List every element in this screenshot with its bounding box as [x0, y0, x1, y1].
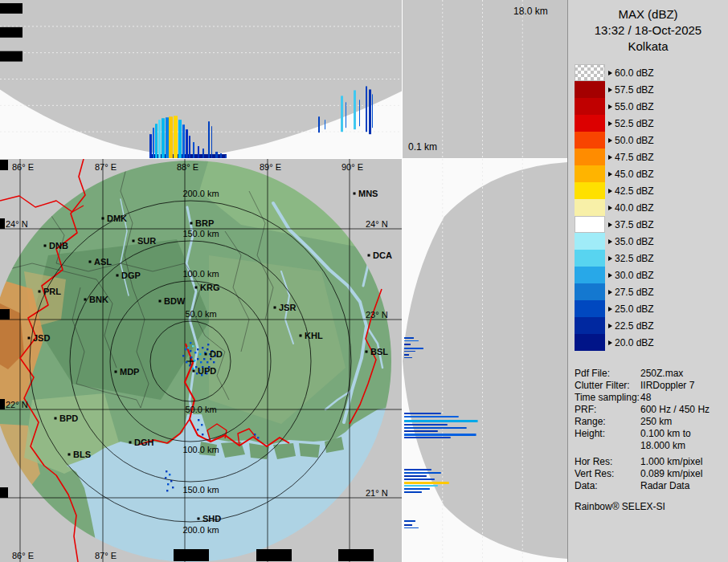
legend-color-swatch — [575, 283, 605, 300]
city-dot-icon — [68, 454, 71, 456]
info-value: Radar Data — [640, 480, 689, 492]
radar-map-canvas[interactable]: 50.0 km50.0 km100.0 km100.0 km150.0 km15… — [0, 159, 402, 562]
city-dot-icon — [39, 291, 41, 293]
city-dot-icon — [354, 193, 356, 195]
legend-tick-icon — [608, 104, 612, 109]
legend-dbz-label: 35.0 dBZ — [615, 236, 654, 247]
legend-row: 45.0 dBZ — [575, 165, 654, 182]
info-label: PRF: — [575, 404, 640, 416]
svg-text:150.0 km: 150.0 km — [182, 485, 219, 495]
info-value: 18.000 km — [640, 440, 685, 452]
svg-text:100.0 km: 100.0 km — [182, 269, 219, 279]
svg-text:89° E: 89° E — [260, 162, 281, 172]
legend-tick-icon — [608, 222, 612, 227]
city-dot-icon — [193, 370, 195, 373]
city-label: BLS — [73, 450, 91, 459]
legend-row: 35.0 dBZ — [575, 233, 654, 250]
legend-dbz-label: 42.5 dBZ — [615, 185, 654, 197]
info-label: Hor Res: — [575, 456, 640, 468]
svg-text:200.0 km: 200.0 km — [182, 525, 219, 535]
city-dot-icon — [115, 371, 117, 373]
product-title: MAX (dBZ) — [568, 6, 728, 22]
svg-text:87° E: 87° E — [95, 551, 117, 560]
radar-map-panel[interactable]: 50.0 km50.0 km100.0 km100.0 km150.0 km15… — [0, 159, 402, 562]
city-label: DGP — [121, 271, 141, 280]
info-label: Range: — [575, 416, 640, 428]
svg-text:150.0 km: 150.0 km — [182, 229, 219, 238]
legend-tick-icon — [608, 273, 612, 278]
legend-dbz-label: 30.0 dBZ — [615, 270, 654, 281]
software-name: Rainbow® SELEX-SI — [575, 501, 665, 512]
city-dot-icon — [102, 218, 104, 220]
station-name: Kolkata — [568, 39, 728, 55]
city-label: SHD — [202, 514, 221, 523]
city-dot-icon — [366, 351, 368, 353]
svg-text:90° E: 90° E — [342, 162, 363, 172]
legend-color-swatch — [575, 115, 605, 132]
city-label: SUR — [137, 236, 156, 246]
legend-dbz-label: 52.5 dBZ — [615, 118, 654, 129]
svg-text:88° E: 88° E — [177, 162, 198, 172]
legend-color-swatch — [575, 300, 605, 317]
side-projection-canvas — [403, 159, 567, 562]
city-label: BDW — [164, 296, 186, 306]
legend-tick-icon — [608, 155, 612, 160]
title-block: MAX (dBZ) 13:32 / 18-Oct-2025 Kolkata — [568, 0, 728, 55]
legend-color-swatch — [575, 182, 605, 199]
legend-dbz-label: 40.0 dBZ — [615, 202, 654, 214]
product-datetime: 13:32 / 18-Oct-2025 — [568, 22, 728, 39]
info-row: Clutter Filter:IIRDoppler 7 — [575, 380, 727, 392]
svg-text:200.0 km: 200.0 km — [182, 189, 219, 198]
legend-row: 40.0 dBZ — [575, 199, 654, 216]
info-row: Height:0.100 km to — [575, 428, 727, 440]
city-label: BNK — [89, 295, 108, 304]
city-label: KHL — [305, 331, 323, 340]
legend-color-swatch — [575, 149, 605, 165]
city-dot-icon — [84, 299, 87, 301]
height-axis-max-label: 18.0 km — [513, 6, 548, 17]
city-label: DD — [210, 349, 223, 359]
legend-color-swatch — [575, 165, 605, 182]
svg-text:50.0 km: 50.0 km — [185, 309, 216, 319]
corner-canvas — [403, 0, 567, 158]
svg-text:100.0 km: 100.0 km — [182, 445, 219, 454]
city-dot-icon — [28, 337, 31, 340]
legend-tick-icon — [608, 256, 612, 261]
height-axis-corner-panel: 18.0 km 0.1 km — [402, 0, 567, 159]
legend-color-swatch — [575, 233, 605, 250]
svg-text:24° N: 24° N — [366, 219, 388, 229]
legend-color-swatch — [575, 216, 605, 233]
height-axis-min-label: 0.1 km — [408, 141, 437, 153]
city-label: PRL — [43, 287, 61, 296]
legend-tick-icon — [608, 206, 612, 210]
legend-dbz-label: 20.0 dBZ — [615, 337, 654, 348]
legend-row: 32.5 dBZ — [575, 250, 654, 267]
legend-tick-icon — [608, 324, 612, 328]
info-value: 1.000 km/pixel — [640, 456, 702, 468]
svg-text:89° E: 89° E — [260, 551, 281, 560]
city-dot-icon — [274, 307, 276, 309]
legend-row: 27.5 dBZ — [575, 283, 654, 300]
city-dot-icon — [159, 300, 162, 303]
city-label: ASL — [94, 257, 112, 267]
svg-text:24° N: 24° N — [6, 219, 28, 229]
svg-text:23° N: 23° N — [366, 310, 388, 320]
legend-dbz-label: 32.5 dBZ — [615, 253, 654, 264]
legend-row: 42.5 dBZ — [575, 182, 654, 199]
info-label: Vert Res: — [575, 468, 640, 480]
legend-dbz-label: 22.5 dBZ — [615, 320, 654, 332]
legend-dbz-label: 60.0 dBZ — [615, 67, 654, 79]
svg-text:87° E: 87° E — [95, 162, 117, 172]
info-row: Pdf File:250Z.max — [575, 368, 727, 380]
legend-dbz-label: 27.5 dBZ — [615, 287, 654, 298]
city-label: JSR — [279, 303, 296, 312]
city-dot-icon — [198, 518, 200, 520]
info-value: 0.089 km/pixel — [640, 468, 702, 480]
legend-row: 30.0 dBZ — [575, 267, 654, 283]
city-dot-icon — [117, 275, 119, 277]
city-label: DNB — [49, 241, 68, 250]
vertical-projection-side-panel — [402, 159, 567, 562]
legend-tick-icon — [608, 172, 612, 177]
info-label: Data: — [575, 480, 640, 492]
svg-text:86° E: 86° E — [12, 162, 34, 172]
